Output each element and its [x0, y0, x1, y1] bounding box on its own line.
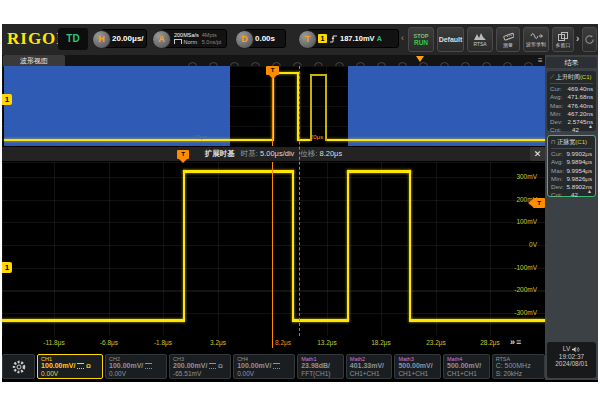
trigger-level: 187.10mV — [340, 34, 375, 43]
time-label: 18.2μs — [371, 339, 391, 346]
oscilloscope-screen: { "topbar": { "logo": "RIGOL", "trig_sta… — [0, 0, 600, 400]
expanded-timebase-bar: 扩展时基 时基: 5.00μs/div 位移: 8.20μs — [2, 146, 545, 162]
dc-coupling-icon — [273, 363, 280, 369]
toolbar-divider: ‹ — [401, 33, 404, 43]
math4-status-box[interactable]: Math4 500.00mV/ CH1+CH1 — [443, 354, 490, 379]
volt-label: -100mV — [497, 264, 537, 271]
zoom-title: 扩展时基 — [205, 149, 235, 159]
math4-expr: CH1+CH1 — [447, 370, 486, 378]
overview-ch1-badge[interactable]: 1 — [2, 94, 12, 105]
ch4-status-box[interactable]: CH4 100.00mV/ 0.00V — [233, 354, 295, 379]
ch4-scale: 100.00mV/ — [237, 362, 291, 370]
rising-edge-icon — [329, 34, 338, 44]
ch4-offset: 0.00V — [237, 370, 291, 378]
horizontal-button[interactable]: H — [92, 30, 111, 49]
top-toolbar: RIGOL TD H 20.00μs/ A 200MSa/s Norm 4Mpt… — [2, 24, 598, 56]
results-sidebar: 结果 ⟋ 上升时间(C1) Cur:469.40ns Avg:471.68ns … — [545, 55, 598, 380]
volt-label: 100mV — [497, 218, 537, 225]
ruler-icon — [503, 32, 514, 41]
acq-mode: Norm — [174, 39, 199, 46]
stats-icon: ▲ — [588, 123, 593, 129]
overview-waveform-baseline — [326, 139, 545, 141]
ch1-status-box[interactable]: CH1 100.00mV/ Ω 0.00V — [37, 354, 103, 379]
trigger-info[interactable]: 1 187.10mV A — [307, 29, 399, 48]
view-tab-strip: 波形视图 — [2, 55, 545, 66]
results-header[interactable]: 结果 — [546, 57, 597, 68]
multi-window-icon — [558, 32, 568, 41]
math1-status-box[interactable]: Math1 23.98dB/ FFT(CH1) — [297, 354, 344, 379]
zoom-tb-value: 5.00μs/div — [260, 149, 294, 158]
default-label: Default — [439, 36, 463, 43]
wave-record-icon — [530, 32, 543, 40]
time-label: -6.8μs — [100, 339, 118, 346]
trigger-level-tag[interactable]: T — [533, 198, 545, 208]
mem-depth: 4Mpts — [202, 32, 222, 39]
trigger-sweep: A — [377, 35, 382, 42]
acquire-button[interactable]: A — [152, 30, 171, 49]
waveform-record-button[interactable]: 波形录制 — [523, 27, 549, 52]
zoom-offset-label: 位移: — [300, 149, 317, 158]
overview-strip[interactable]: T -20μs 20μs 1 — [2, 66, 545, 146]
time-label-zoom-center: 8.2μs — [275, 339, 291, 346]
measurement-panel-risetime[interactable]: ⟋ 上升时间(C1) Cur:469.40ns Avg:471.68ns Max… — [547, 71, 596, 131]
trigger-source-badge: 1 — [318, 34, 327, 43]
ch1-fall2 — [409, 170, 411, 322]
overview-pulse2-fall — [325, 74, 327, 141]
ch2-status-box[interactable]: CH2 100.00mV/ 0.00V — [105, 354, 167, 379]
default-button[interactable]: Default — [437, 27, 464, 52]
volt-label: 0V — [497, 241, 537, 248]
system-status-box[interactable]: LV 19:02:37 2024/08/01 — [547, 342, 596, 378]
refresh-button[interactable] — [582, 27, 597, 52]
ch2-offset: 0.00V — [109, 370, 163, 378]
zoom-center-line[interactable] — [272, 162, 273, 348]
close-zoom-button[interactable]: ✕ — [530, 147, 545, 161]
resolution: 5.0ns/pt — [202, 39, 222, 46]
ch1-scale: 100.00mV/ Ω — [41, 362, 99, 370]
ch1-ground-badge[interactable]: 1 — [2, 262, 12, 273]
marker-triangle[interactable] — [416, 56, 424, 66]
scope-display: RIGOL TD H 20.00μs/ A 200MSa/s Norm 4Mpt… — [2, 24, 598, 382]
channel-status-bar: CH1 100.00mV/ Ω 0.00V CH2 100.00mV/ 0.00… — [2, 354, 545, 379]
math2-status-box[interactable]: Math2 401.33mV/ CH1+CH1 — [346, 354, 393, 379]
math2-expr: CH1+CH1 — [350, 370, 389, 378]
delay-button[interactable]: D — [235, 30, 254, 49]
trigger-status-badge[interactable]: TD — [58, 28, 88, 50]
volt-label: 300mV — [497, 173, 537, 180]
time-label: -1.8μs — [154, 339, 172, 346]
panel1-title: ⟋ 上升时间(C1) — [550, 73, 593, 84]
toolbar-more-button[interactable]: › — [576, 33, 579, 44]
tab-waveform-view[interactable]: 波形视图 — [3, 55, 65, 66]
rtsa-label: RTSA — [473, 41, 486, 47]
stats-icon: ▲ — [587, 188, 592, 194]
multi-window-label: 多窗口 — [556, 42, 571, 48]
pulse-icon — [174, 39, 182, 44]
main-waveform-grid[interactable]: 300mV 200mV 100mV 0V -100mV -200mV -300m… — [2, 162, 545, 336]
grid-menu-icon[interactable]: »≡ — [510, 337, 522, 347]
ch1-top2 — [347, 170, 411, 173]
zoom-shade-right — [348, 66, 545, 146]
measurement-panel-pulsewidth[interactable]: ⊓ 正脉宽(C1) Cur:9.9902μs Avg:9.9894μs Max:… — [547, 135, 596, 197]
multi-window-button[interactable]: 多窗口 — [552, 27, 574, 52]
sample-rate: 200MSa/s — [174, 32, 199, 39]
measure-button[interactable]: 测量 — [496, 27, 520, 52]
ch1-baseline — [2, 319, 184, 322]
math3-expr: CH1+CH1 — [398, 370, 437, 378]
sidebar-collapse-icon[interactable]: ≡ — [538, 56, 543, 65]
main-trigger-position-tag[interactable]: T — [177, 150, 189, 159]
ch3-scale: 200.00mV/ Ω — [173, 362, 227, 370]
ch1-baseline — [293, 319, 348, 322]
rtsa-button[interactable]: RTSA — [467, 27, 493, 52]
trigger-button[interactable]: T — [298, 30, 317, 49]
stop-run-button[interactable]: STOP RUN — [408, 27, 434, 52]
time-label: 28.2μs — [480, 339, 500, 346]
panel2-title: ⊓ 正脉宽(C1) — [551, 138, 592, 149]
math3-status-box[interactable]: Math3 500.00mV/ CH1+CH1 — [394, 354, 441, 379]
volt-label: -300mV — [497, 309, 537, 316]
zoom-cursor-dashed-line[interactable] — [299, 66, 300, 336]
time-label: 13.2μs — [317, 339, 337, 346]
settings-button[interactable] — [2, 354, 35, 379]
ch3-status-box[interactable]: CH3 200.00mV/ Ω -65.51mV — [169, 354, 231, 379]
gear-icon — [11, 359, 27, 375]
overview-trigger-tag[interactable]: T — [266, 66, 279, 75]
rtsa-status-box[interactable]: RTSA C: 500MHz S: 20kHz — [492, 354, 545, 379]
